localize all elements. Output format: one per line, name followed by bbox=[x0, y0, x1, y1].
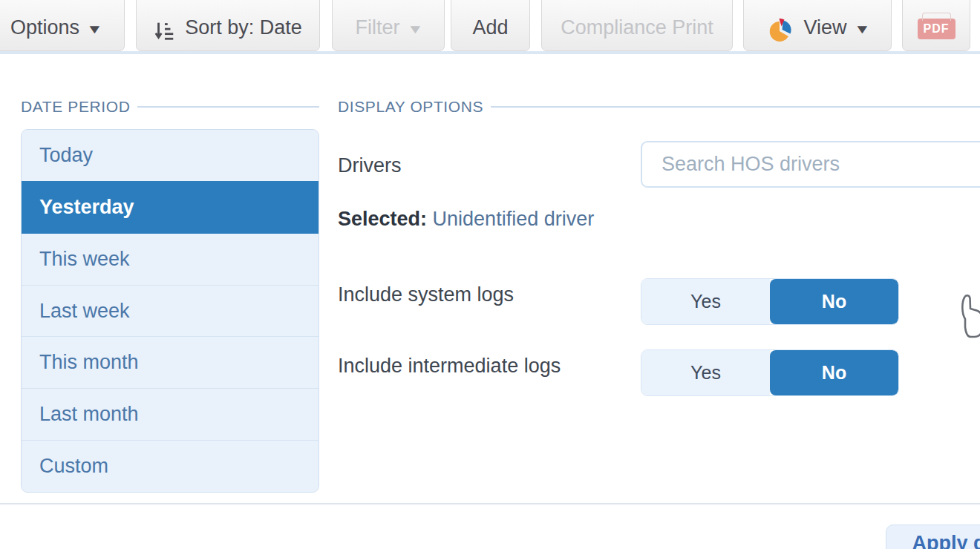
include-intermediate-logs-toggle: Yes No bbox=[641, 349, 899, 396]
date-period-heading-label: DATE PERIOD bbox=[21, 98, 130, 116]
add-button-label: Add bbox=[472, 16, 508, 39]
date-period-list: Today Yesterday This week Last week This… bbox=[21, 129, 319, 493]
date-period-item-today[interactable]: Today bbox=[22, 130, 318, 181]
compliance-print-label: Compliance Print bbox=[561, 16, 713, 39]
chevron-down-icon: ▼ bbox=[86, 19, 103, 39]
date-period-item-yesterday[interactable]: Yesterday bbox=[22, 181, 318, 233]
driver-search-input[interactable] bbox=[641, 141, 980, 188]
chevron-down-icon: ▼ bbox=[854, 19, 871, 39]
pdf-export-button[interactable]: PDF bbox=[902, 0, 970, 51]
sort-by-date-button[interactable]: Sort by: Date bbox=[136, 0, 320, 51]
options-button[interactable]: Options ▼ bbox=[0, 0, 125, 51]
drivers-label: Drivers bbox=[338, 154, 402, 177]
compliance-print-button[interactable]: Compliance Print bbox=[541, 0, 733, 51]
date-period-section-heading: DATE PERIOD bbox=[21, 98, 319, 116]
heading-rule bbox=[137, 106, 319, 108]
system-logs-yes-button[interactable]: Yes bbox=[641, 279, 770, 324]
include-system-logs-label: Include system logs bbox=[338, 283, 514, 306]
display-options-heading-label: DISPLAY OPTIONS bbox=[338, 98, 483, 116]
system-logs-no-button[interactable]: No bbox=[770, 279, 898, 324]
add-button[interactable]: Add bbox=[451, 0, 530, 51]
options-button-label: Options bbox=[10, 16, 79, 39]
selected-label: Selected: bbox=[338, 208, 427, 230]
filter-button-label: Filter bbox=[356, 16, 400, 39]
selected-driver-line: Selected: Unidentified driver bbox=[338, 208, 594, 231]
date-period-item-last-week[interactable]: Last week bbox=[22, 285, 318, 337]
date-period-item-this-week[interactable]: This week bbox=[22, 233, 318, 285]
view-button-label: View bbox=[804, 16, 847, 39]
apply-button[interactable]: Apply d bbox=[886, 525, 980, 549]
date-period-item-custom[interactable]: Custom bbox=[22, 440, 318, 492]
intermediate-logs-yes-button[interactable]: Yes bbox=[641, 350, 770, 395]
date-period-item-this-month[interactable]: This month bbox=[22, 336, 318, 388]
selected-driver-value: Unidentified driver bbox=[433, 208, 595, 230]
toolbar-divider bbox=[0, 51, 980, 54]
heading-rule bbox=[491, 106, 980, 108]
date-period-item-last-month[interactable]: Last month bbox=[22, 388, 318, 440]
pdf-icon: PDF bbox=[918, 19, 956, 39]
sort-button-label: Sort by: Date bbox=[185, 16, 302, 39]
toolbar: Options ▼ Sort by: Date Filter ▼ Add Com… bbox=[0, 0, 980, 55]
include-intermediate-logs-label: Include intermediate logs bbox=[338, 355, 561, 378]
sort-amount-icon bbox=[154, 19, 176, 42]
pie-chart-icon bbox=[767, 16, 795, 44]
display-options-section-heading: DISPLAY OPTIONS bbox=[338, 98, 980, 116]
include-system-logs-toggle: Yes No bbox=[641, 278, 899, 325]
intermediate-logs-no-button[interactable]: No bbox=[770, 350, 898, 395]
hand-cursor-icon bbox=[958, 292, 980, 346]
filter-button[interactable]: Filter ▼ bbox=[332, 0, 445, 51]
footer-divider bbox=[0, 503, 980, 504]
chevron-down-icon: ▼ bbox=[407, 19, 424, 39]
view-button[interactable]: View ▼ bbox=[743, 0, 892, 51]
